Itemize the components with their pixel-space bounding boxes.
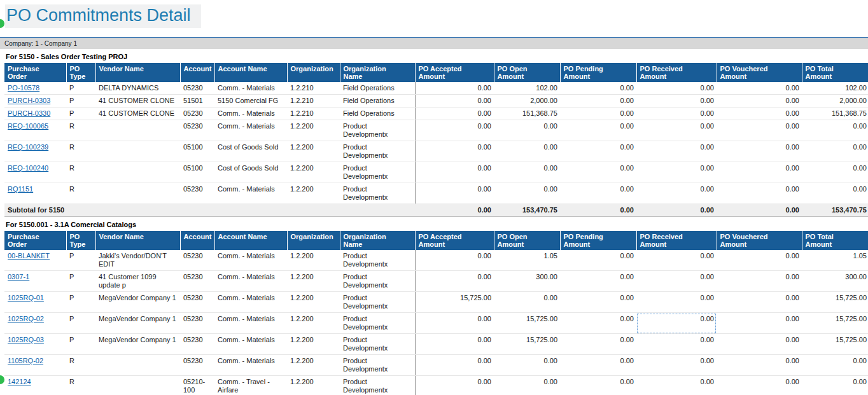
amount-cell[interactable]: 0.00 [415, 271, 494, 292]
purchase-order-cell: 1025RQ-02 [4, 313, 66, 334]
amount-cell[interactable]: 0.00 [415, 376, 494, 395]
amount-cell[interactable]: 0.00 [494, 141, 560, 162]
amount-cell[interactable]: 0.00 [415, 355, 494, 376]
amount-cell[interactable]: 0.00 [802, 355, 868, 376]
amount-cell[interactable]: 0.00 [717, 334, 802, 355]
po-link[interactable]: PO-10578 [8, 84, 39, 92]
amount-cell[interactable]: 0.00 [560, 292, 636, 313]
amount-cell[interactable]: 0.00 [717, 183, 802, 204]
amount-cell[interactable]: 0.00 [717, 82, 802, 95]
amount-cell[interactable]: 0.00 [717, 292, 802, 313]
amount-cell[interactable]: 15,725.00 [415, 292, 494, 313]
amount-cell[interactable]: 0.00 [494, 120, 560, 141]
amount-cell[interactable]: 0.00 [717, 355, 802, 376]
amount-cell[interactable]: 0.00 [415, 183, 494, 204]
amount-cell[interactable]: 0.00 [415, 82, 494, 95]
amount-cell[interactable]: 0.00 [636, 376, 717, 395]
po-link[interactable]: 0307-1 [8, 273, 29, 281]
amount-cell[interactable]: 0.00 [636, 292, 717, 313]
amount-cell[interactable]: 0.00 [415, 250, 494, 271]
amount-cell[interactable]: 0.00 [636, 162, 717, 183]
amount-cell[interactable]: 0.00 [560, 250, 636, 271]
po-link[interactable]: 1025RQ-01 [8, 294, 44, 301]
amount-cell[interactable]: 0.00 [494, 355, 560, 376]
amount-cell[interactable]: 0.00 [494, 376, 560, 395]
amount-cell[interactable]: 2,000.00 [494, 95, 560, 107]
amount-cell[interactable]: 0.00 [717, 107, 802, 120]
po-link[interactable]: PURCH-0330 [8, 109, 50, 117]
amount-cell[interactable]: 0.00 [636, 334, 717, 355]
amount-cell[interactable]: 0.00 [636, 183, 717, 204]
amount-cell[interactable]: 15,725.00 [494, 334, 560, 355]
po-link[interactable]: RQ1151 [8, 185, 33, 193]
amount-cell[interactable]: 0.00 [717, 120, 802, 141]
amount-cell[interactable]: 0.00 [802, 376, 868, 395]
amount-cell[interactable]: 15,725.00 [802, 334, 868, 355]
po-link[interactable]: 1105RQ-02 [8, 357, 43, 364]
amount-cell[interactable]: 0.00 [802, 162, 868, 183]
amount-cell[interactable]: 0.00 [560, 313, 636, 334]
amount-cell[interactable]: 0.00 [636, 355, 717, 376]
amount-cell[interactable]: 0.00 [415, 334, 494, 355]
amount-cell[interactable]: 0.00 [560, 271, 636, 292]
po-link[interactable]: REQ-100239 [8, 143, 48, 151]
amount-cell[interactable]: 0.00 [636, 82, 717, 95]
amount-cell[interactable]: 0.00 [560, 334, 636, 355]
amount-cell[interactable]: 151,368.75 [802, 107, 868, 120]
amount-cell[interactable]: 0.00 [415, 162, 494, 183]
amount-cell[interactable]: 0.00 [636, 95, 717, 107]
amount-cell[interactable]: 102.00 [494, 82, 560, 95]
amount-cell[interactable]: 0.00 [494, 292, 560, 313]
amount-cell[interactable]: 0.00 [560, 120, 636, 141]
amount-cell[interactable]: 0.00 [636, 313, 717, 334]
amount-cell[interactable]: 0.00 [717, 141, 802, 162]
amount-cell[interactable]: 151,368.75 [494, 107, 560, 120]
amount-cell[interactable]: 300.00 [802, 271, 868, 292]
amount-cell[interactable]: 0.00 [636, 271, 717, 292]
amount-cell[interactable]: 0.00 [802, 183, 868, 204]
amount-cell[interactable]: 15,725.00 [494, 313, 560, 334]
amount-cell[interactable]: 0.00 [717, 250, 802, 271]
amount-cell[interactable]: 0.00 [636, 250, 717, 271]
amount-cell[interactable]: 0.00 [717, 95, 802, 107]
amount-cell[interactable]: 0.00 [560, 107, 636, 120]
po-link[interactable]: 1025RQ-02 [8, 315, 44, 322]
amount-cell[interactable]: 0.00 [636, 107, 717, 120]
po-link[interactable]: REQ-100065 [8, 122, 48, 130]
amount-cell[interactable]: 0.00 [717, 313, 802, 334]
amount-cell[interactable]: 0.00 [636, 120, 717, 141]
amount-cell[interactable]: 0.00 [717, 162, 802, 183]
amount-cell[interactable]: 0.00 [494, 162, 560, 183]
amount-cell[interactable]: 0.00 [560, 141, 636, 162]
amount-cell[interactable]: 0.00 [560, 95, 636, 107]
amount-cell[interactable]: 1.05 [494, 250, 560, 271]
amount-cell[interactable]: 0.00 [802, 120, 868, 141]
amount-cell[interactable]: 1.05 [802, 250, 868, 271]
amount-cell[interactable]: 0.00 [415, 120, 494, 141]
amount-cell[interactable]: 0.00 [415, 313, 494, 334]
amount-cell[interactable]: 0.00 [415, 95, 494, 107]
po-link[interactable]: 1025RQ-03 [8, 336, 44, 343]
amount-cell[interactable]: 0.00 [560, 355, 636, 376]
amount-cell[interactable]: 15,725.00 [802, 313, 868, 334]
amount-cell[interactable]: 0.00 [636, 141, 717, 162]
amount-cell[interactable]: 15,725.00 [802, 292, 868, 313]
amount-cell[interactable]: 300.00 [494, 271, 560, 292]
amount-cell[interactable]: 0.00 [415, 141, 494, 162]
amount-cell[interactable]: 0.00 [717, 376, 802, 395]
amount-cell[interactable]: 0.00 [560, 162, 636, 183]
po-link[interactable]: REQ-100240 [8, 164, 48, 172]
amount-cell[interactable]: 2,000.00 [802, 95, 868, 107]
amount-cell[interactable]: 0.00 [494, 183, 560, 204]
vendor-name-cell: MegaVendor Company 1 [95, 313, 180, 334]
amount-cell[interactable]: 0.00 [560, 183, 636, 204]
po-link[interactable]: 00-BLANKET [8, 252, 50, 260]
amount-cell[interactable]: 0.00 [560, 82, 636, 95]
amount-cell[interactable]: 0.00 [415, 107, 494, 120]
amount-cell[interactable]: 0.00 [560, 376, 636, 395]
amount-cell[interactable]: 0.00 [802, 141, 868, 162]
amount-cell[interactable]: 102.00 [802, 82, 868, 95]
amount-cell[interactable]: 0.00 [717, 271, 802, 292]
po-link[interactable]: PURCH-0303 [8, 97, 50, 104]
po-link[interactable]: 142124 [8, 378, 31, 385]
